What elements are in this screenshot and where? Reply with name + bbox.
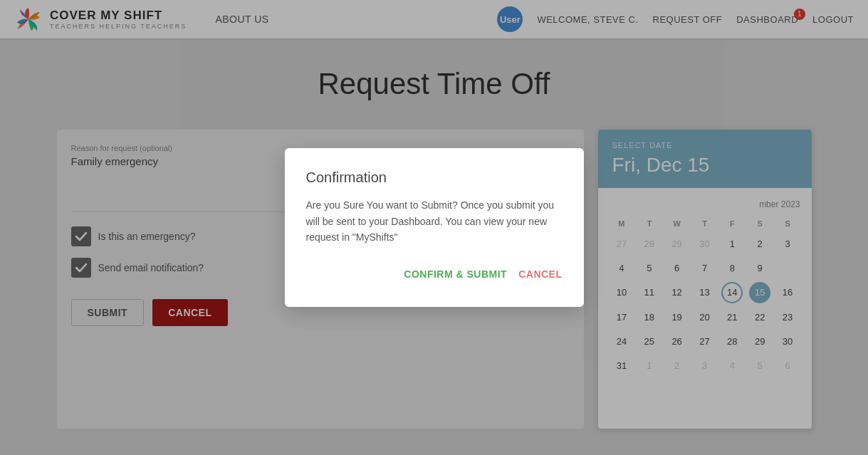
modal-cancel-button[interactable]: CANCEL	[518, 263, 562, 286]
modal-body: Are you Sure You want to Submit? Once yo…	[306, 197, 563, 245]
confirm-submit-button[interactable]: CONFIRM & SUBMIT	[404, 263, 507, 286]
modal-actions: CONFIRM & SUBMIT CANCEL	[306, 263, 563, 286]
modal-title: Confirmation	[306, 169, 563, 186]
modal-overlay[interactable]: Confirmation Are you Sure You want to Su…	[0, 0, 868, 455]
confirmation-modal: Confirmation Are you Sure You want to Su…	[285, 148, 584, 306]
